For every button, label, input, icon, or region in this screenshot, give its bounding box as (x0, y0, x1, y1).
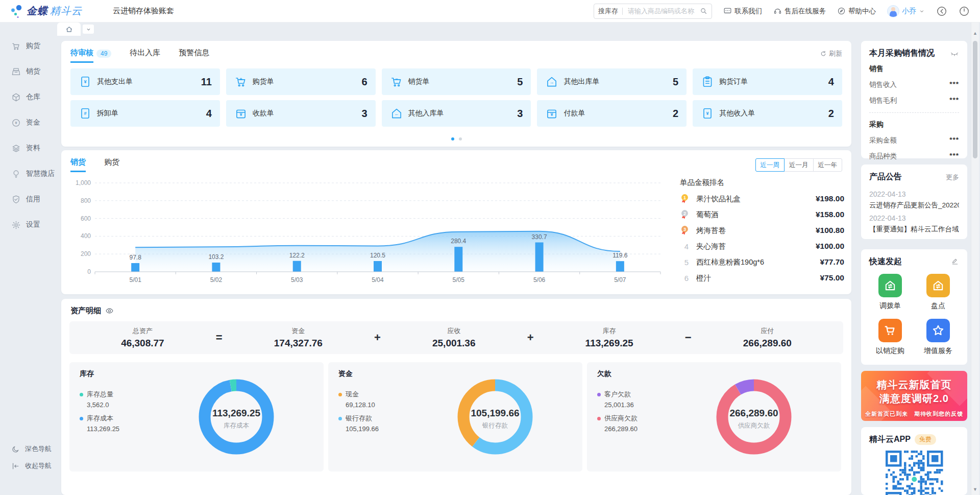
todo-card-8[interactable]: ←其他入库单3 (382, 100, 531, 127)
svg-text:¥: ¥ (15, 121, 17, 125)
back-circle-button[interactable] (936, 6, 947, 17)
todo-card-5[interactable]: 购货订单4 (693, 68, 842, 95)
app-logo[interactable]: 金蝶 精斗云 (10, 4, 82, 18)
todo-card-7[interactable]: ¥收款单3 (226, 100, 376, 127)
sidebar-footer-moon[interactable]: 深色导航 (0, 443, 66, 455)
power-button[interactable] (959, 6, 970, 17)
stat-value-masked: *** (949, 96, 959, 105)
quick-item-label: 盘点 (931, 301, 945, 311)
stat-value-masked: *** (949, 136, 959, 145)
edit-pencil-icon[interactable] (951, 257, 959, 266)
sidebar-item-6[interactable]: 智慧微店 (0, 168, 56, 180)
todo-card-9[interactable]: ¥付款单2 (537, 100, 687, 127)
filter-3[interactable]: 近一年 (813, 158, 843, 172)
todo-card-2[interactable]: +购货单6 (226, 68, 376, 95)
sidebar-item-5[interactable]: 资料 (0, 142, 56, 154)
svg-text:5/07: 5/07 (614, 276, 626, 284)
eye-closed-icon[interactable] (950, 49, 959, 58)
free-badge: 免费 (915, 434, 936, 445)
filter-1[interactable]: 近一周 (755, 158, 785, 172)
todo-card-count: 6 (361, 76, 367, 88)
scrollbar-thumb[interactable] (973, 41, 977, 158)
houseswap-icon (878, 274, 902, 297)
quick-item-1[interactable]: 调拨单 (866, 274, 914, 311)
survey-banner[interactable]: 精斗云新版首页 满意度调研2.0 全新首页已到来 期待收到您的反馈 (861, 371, 967, 421)
svg-text:119.6: 119.6 (612, 252, 627, 259)
trend-tab-1[interactable]: 销货 (70, 157, 86, 172)
quick-item-2[interactable]: 盘点 (914, 274, 962, 311)
ranking-row-2[interactable]: 2葡萄酒¥158.00 (680, 210, 844, 219)
sidebar-item-8[interactable]: 设置 (0, 219, 56, 231)
todo-card-1[interactable]: ¥其他支出单11 (70, 68, 220, 95)
product-name: 葡萄酒 (696, 210, 719, 220)
announcement-link[interactable]: 【重要通知】精斗云工作台域... (869, 225, 959, 234)
announcement-link[interactable]: 云进销存产品更新公告_20220... (869, 201, 959, 210)
cart-bill-icon: + (234, 75, 248, 88)
rank-number: 5 (680, 258, 693, 267)
search-scope-label[interactable]: 搜库存 (598, 7, 618, 16)
scroll-down-arrow[interactable]: ▼ (971, 487, 979, 492)
refresh-icon (820, 50, 827, 57)
home-tab[interactable] (57, 22, 81, 36)
trend-tab-2[interactable]: 购货 (104, 157, 119, 172)
todo-card-6[interactable]: #拆卸单4 (70, 100, 220, 127)
tab-list-dropdown[interactable] (83, 25, 94, 34)
asset-box-title: 资金 (338, 369, 353, 379)
filter-2[interactable]: 近一月 (784, 158, 814, 172)
quick-item-3[interactable]: 以销定购 (866, 319, 914, 356)
quick-item-4[interactable]: 增值服务 (914, 319, 962, 356)
todo-card-3[interactable]: −销货单5 (382, 68, 531, 95)
todo-card-4[interactable]: →其他出库单5 (537, 68, 687, 95)
todo-card-count: 2 (673, 108, 678, 120)
todo-tab-2[interactable]: 待出入库 (130, 48, 160, 63)
sidebar-footer-collapse[interactable]: 收起导航 (0, 460, 66, 472)
sidebar-item-4[interactable]: ¥资金 (0, 116, 56, 129)
sidebar-item-1[interactable]: 购货 (0, 40, 56, 52)
svg-text:600: 600 (81, 215, 91, 222)
svg-text:1,000: 1,000 (76, 179, 91, 186)
pager-dot-2[interactable] (459, 137, 462, 140)
search-input[interactable] (627, 7, 700, 15)
topbar-link-headset[interactable]: 售后在线服务 (773, 7, 826, 16)
svg-text:97.8: 97.8 (129, 254, 141, 261)
ranking-row-1[interactable]: 1果汁饮品礼盒¥198.00 (680, 194, 844, 203)
todo-tab-1[interactable]: 待审核49 (70, 48, 111, 63)
sidebar-item-2[interactable]: 销货 (0, 65, 56, 78)
search-icon[interactable] (700, 7, 707, 15)
quick-item-label: 调拨单 (879, 301, 901, 311)
todo-tab-3[interactable]: 预警信息 (179, 48, 209, 63)
asset-box-2: 资金现金69,128.10银行存款105,199.66105,199.66银行存… (328, 362, 582, 472)
todo-card-label: 其他支出单 (97, 77, 133, 86)
ranking-row-4[interactable]: 4夹心海苔¥100.00 (680, 242, 844, 251)
todo-card-count: 5 (517, 76, 523, 88)
topbar-link-compass[interactable]: 帮助中心 (837, 7, 876, 16)
legend-item: 供应商欠款266,289.60 (597, 414, 638, 433)
refresh-button[interactable]: 刷新 (820, 49, 842, 58)
ranking-row-5[interactable]: 5西红柿意粉酱190g*6¥77.70 (680, 257, 844, 267)
inventory-search[interactable]: 搜库存 (594, 4, 712, 19)
todo-panel: 待审核49待出入库预警信息 刷新 ¥其他支出单11+购货单6−销货单5→其他出库… (61, 41, 851, 147)
trend-time-filters: 近一周近一月近一年 (756, 158, 843, 172)
brand-name-light: 精斗云 (50, 4, 82, 18)
sidebar-item-7[interactable]: 信用 (0, 193, 56, 205)
eye-icon[interactable] (105, 307, 114, 315)
todo-card-label: 付款单 (564, 109, 585, 118)
ranking-row-6[interactable]: 6橙汁¥75.00 (680, 273, 844, 282)
equation-label: 总资产 (121, 326, 164, 336)
house-bill-icon: → (545, 75, 558, 88)
sales-trend-chart: 02004006008001,00097.8103.2122.2120.5280… (75, 176, 667, 287)
legend-item: 银行存款105,199.66 (338, 414, 379, 433)
product-amount: ¥100.00 (816, 242, 844, 251)
pager-dot-1[interactable] (451, 137, 454, 140)
ranking-row-3[interactable]: 3烤海苔卷¥100.80 (680, 226, 844, 235)
todo-card-10[interactable]: ¥其他收入单2 (693, 100, 842, 127)
topbar-link-message[interactable]: 联系我们 (723, 7, 762, 16)
product-amount: ¥75.00 (820, 273, 844, 282)
announcements-more-link[interactable]: 更多 (946, 173, 959, 182)
sidebar-item-3[interactable]: 仓库 (0, 91, 56, 103)
page-scrollbar[interactable]: ▲ ▼ (971, 22, 979, 495)
legend-item: 库存总量3,562.0 (80, 390, 119, 409)
user-menu[interactable]: 小乔 (887, 5, 925, 17)
clipboard-bill-icon (701, 75, 714, 88)
scroll-up-arrow[interactable]: ▲ (971, 31, 979, 36)
